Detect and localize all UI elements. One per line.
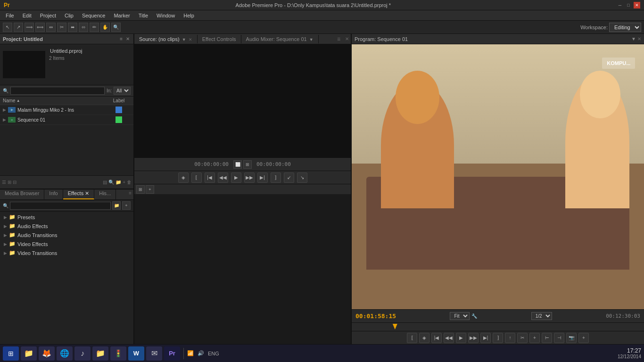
tab-history[interactable]: His... — [94, 189, 116, 199]
new-item-icon[interactable]: + — [123, 180, 125, 185]
source-btn-go-out[interactable]: ▶| — [257, 173, 268, 183]
tab-audio-mixer[interactable]: Audio Mixer: Sequence 01 ▼ — [241, 35, 319, 43]
tool-ripple-edit[interactable]: ⟹ — [25, 23, 34, 32]
tool-slide[interactable]: ⬄ — [79, 23, 88, 32]
tool-pen[interactable]: ✏ — [90, 23, 99, 32]
tool-rate-stretch[interactable]: ⇔ — [46, 23, 56, 32]
prog-btn-zoom-in[interactable]: + — [529, 333, 540, 343]
tool-razor[interactable]: ✂ — [57, 23, 66, 32]
taskbar-files-btn[interactable]: 📁 — [92, 346, 108, 361]
prog-btn-settings[interactable]: + — [578, 333, 589, 343]
taskbar-chrome-btn[interactable]: 🌐 — [57, 346, 73, 361]
taskbar-word-btn[interactable]: W — [128, 346, 144, 361]
prog-btn-trim[interactable]: ⊢ — [542, 333, 552, 343]
source-btn-mark-out[interactable]: ⟧ — [271, 173, 281, 183]
source-panel-menu[interactable]: ≡ — [334, 36, 343, 42]
prog-btn-go-in[interactable]: |◀ — [431, 333, 442, 343]
menu-edit[interactable]: Edit — [19, 12, 35, 19]
source-btn-mark-in[interactable]: ⟦ — [191, 173, 202, 183]
taskbar-firefox-btn[interactable]: 🦊 — [39, 346, 55, 361]
source-safe-margins[interactable]: ⬜ — [233, 160, 242, 169]
panel-close-btn[interactable]: ✕ — [125, 36, 131, 41]
program-close-icon[interactable]: ✕ — [637, 36, 641, 41]
new-bin-icon[interactable]: 📁 — [116, 180, 121, 185]
menu-sequence[interactable]: Sequence — [78, 12, 109, 19]
tab-source[interactable]: Source: (no clips) ▼ ✕ — [134, 35, 198, 43]
panel-menu-btn[interactable]: ≡ — [119, 36, 124, 41]
icon-view-icon[interactable]: ⊞ — [8, 180, 11, 185]
automate-icon[interactable]: ▤ — [103, 180, 107, 185]
taskbar-folder-btn[interactable]: 📁 — [21, 346, 37, 361]
source-btn-go-in[interactable]: |◀ — [205, 173, 215, 183]
tool-zoom[interactable]: 🔍 — [111, 23, 121, 32]
project-item-video[interactable]: ▶ ▶ Malam Minggu Miko 2 - Ins — [0, 105, 133, 115]
tab-info[interactable]: Info — [44, 189, 63, 199]
source-btn-insert[interactable]: ↙ — [284, 173, 294, 183]
tool-track-select[interactable]: ↗ — [14, 23, 23, 32]
wrench-icon[interactable]: 🔧 — [471, 313, 477, 319]
taskbar-music-btn[interactable]: ♪ — [74, 346, 91, 361]
source-btn-step-fwd[interactable]: ▶▶ — [244, 173, 255, 183]
workspace-select[interactable]: Editing — [609, 23, 641, 32]
minimize-button[interactable]: ─ — [617, 2, 623, 8]
effects-new-folder-btn[interactable]: 📁 — [112, 201, 121, 210]
effects-search-input[interactable] — [10, 202, 111, 210]
prog-btn-export-frame[interactable]: 📷 — [566, 333, 577, 343]
menu-help[interactable]: Help — [180, 12, 198, 19]
menu-file[interactable]: File — [2, 12, 18, 19]
source-tab-close[interactable]: ✕ — [189, 37, 192, 42]
prog-btn-trim2[interactable]: ⊣ — [554, 333, 564, 343]
prog-btn-go-out[interactable]: ▶| — [480, 333, 491, 343]
source-btn-overwrite[interactable]: ↘ — [297, 173, 307, 183]
tool-slip[interactable]: ⬌ — [68, 23, 77, 32]
menu-project[interactable]: Project — [36, 12, 60, 19]
menu-clip[interactable]: Clip — [61, 12, 77, 19]
prog-btn-mark-in[interactable]: ⟦ — [407, 333, 417, 343]
prog-btn-lift[interactable]: ↑ — [505, 333, 515, 343]
taskbar-vlc-btn[interactable]: 🚦 — [110, 346, 126, 361]
tool-rolling-edit[interactable]: ⟺ — [35, 23, 45, 32]
folder-audio-effects[interactable]: ▶ 📁 Audio Effects — [0, 222, 133, 230]
program-dropdown-icon[interactable]: ▼ — [631, 36, 636, 41]
project-search-input[interactable] — [10, 87, 105, 95]
taskbar-mail-btn[interactable]: ✉ — [146, 346, 162, 361]
quality-select[interactable]: 1/2 — [531, 312, 552, 320]
clear-icon[interactable]: 🗑 — [127, 180, 132, 185]
audio-mixer-dropdown[interactable]: ▼ — [309, 37, 314, 42]
tool-hand[interactable]: ✋ — [100, 23, 110, 32]
source-export-frame[interactable]: ⊞ — [243, 160, 252, 169]
source-btn-add-marker[interactable]: ◈ — [178, 173, 189, 183]
folder-video-effects[interactable]: ▶ 📁 Video Effects — [0, 239, 133, 248]
prog-btn-step-back[interactable]: ◀◀ — [444, 333, 454, 343]
source-btn-step-back[interactable]: ◀◀ — [218, 173, 228, 183]
folder-video-transitions[interactable]: ▶ 📁 Video Transitions — [0, 248, 133, 257]
panel-drag-btn[interactable]: ≡ — [129, 190, 132, 198]
tab-effects[interactable]: Effects ✕ — [63, 189, 94, 199]
prog-btn-mark-out[interactable]: ⟧ — [493, 333, 503, 343]
prog-btn-step-fwd[interactable]: ▶▶ — [468, 333, 479, 343]
prog-btn-add-marker[interactable]: ◈ — [419, 333, 429, 343]
maximize-button[interactable]: □ — [625, 2, 632, 8]
tool-select[interactable]: ↖ — [3, 23, 12, 32]
tab-effect-controls[interactable]: Effect Controls — [198, 35, 241, 43]
fit-select[interactable]: Fit — [450, 312, 470, 320]
menu-marker[interactable]: Marker — [110, 12, 133, 19]
close-button[interactable]: ✕ — [634, 2, 640, 8]
folder-audio-transitions[interactable]: ▶ 📁 Audio Transitions — [0, 230, 133, 239]
prog-btn-play[interactable]: ▶ — [456, 333, 466, 343]
effects-new-btn[interactable]: + — [122, 201, 131, 210]
list-view-icon[interactable]: ☰ — [2, 180, 6, 185]
taskbar-start-btn[interactable]: ⊞ — [3, 346, 19, 361]
find-icon[interactable]: 🔍 — [108, 180, 114, 185]
freeform-view-icon[interactable]: ⊟ — [13, 180, 17, 185]
source-panel-close[interactable]: ✕ — [343, 36, 351, 41]
menu-title[interactable]: Title — [135, 12, 152, 19]
project-in-select[interactable]: All — [114, 87, 131, 95]
menu-window[interactable]: Window — [153, 12, 179, 19]
source-btn-play[interactable]: ▶ — [231, 173, 241, 183]
source-tab-dropdown[interactable]: ▼ — [182, 37, 186, 42]
prog-btn-extract[interactable]: ✂ — [517, 333, 528, 343]
source-toolbar-btn1[interactable]: ⊞ — [136, 185, 145, 194]
source-toolbar-btn2[interactable]: + — [146, 185, 154, 194]
taskbar-premiere-btn[interactable]: Pr — [164, 346, 180, 361]
